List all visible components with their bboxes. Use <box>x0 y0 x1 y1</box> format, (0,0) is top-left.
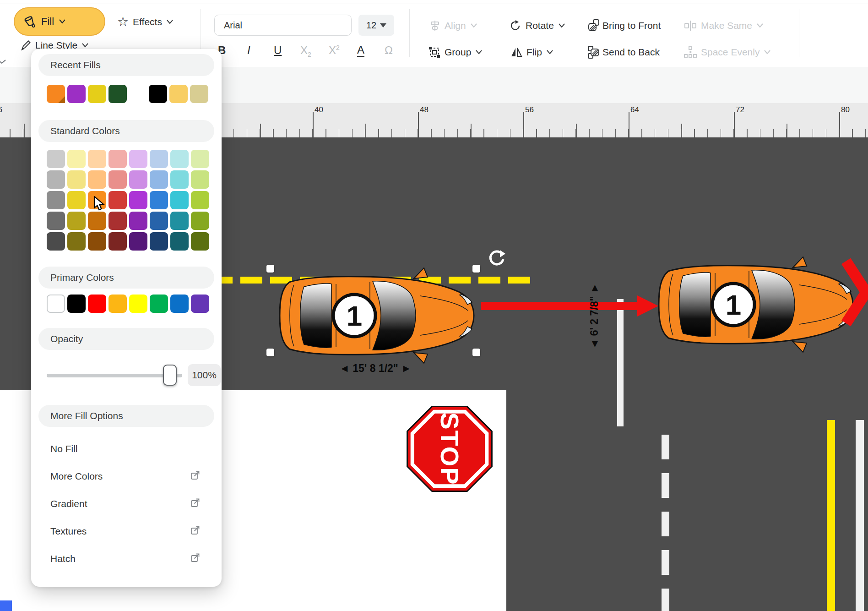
standard-color-swatch[interactable] <box>191 212 209 230</box>
effects-button[interactable]: ☆ Effects <box>117 13 174 31</box>
standard-color-swatch[interactable] <box>129 212 147 230</box>
standard-color-swatch[interactable] <box>47 232 65 251</box>
standard-color-swatch[interactable] <box>47 150 65 168</box>
yellow-edge-line[interactable] <box>827 420 835 611</box>
red-arrow-shaft[interactable] <box>481 302 637 310</box>
external-link-icon <box>190 471 200 480</box>
standard-color-swatch[interactable] <box>170 232 189 251</box>
primary-color-swatch[interactable] <box>191 295 209 313</box>
bring-to-front-button[interactable]: Bring to Front <box>587 16 661 35</box>
red-arrow-head[interactable] <box>637 295 658 316</box>
selection-handle-top-right[interactable] <box>472 265 480 273</box>
standard-color-swatch[interactable] <box>67 212 86 230</box>
fill-option-textures[interactable]: Textures <box>38 521 214 541</box>
standard-color-swatch[interactable] <box>150 232 168 251</box>
standard-color-swatch[interactable] <box>191 150 209 168</box>
pencil-icon <box>20 40 31 51</box>
standard-color-swatch[interactable] <box>108 191 127 209</box>
opacity-slider-thumb[interactable] <box>163 365 177 386</box>
white-edge-line[interactable] <box>856 420 864 611</box>
make-same-button[interactable]: Make Same <box>684 16 764 35</box>
standard-color-swatch[interactable] <box>170 212 189 230</box>
standard-color-swatch[interactable] <box>88 232 106 251</box>
recent-fill-swatch[interactable] <box>88 85 106 103</box>
standard-color-swatch[interactable] <box>150 150 168 168</box>
primary-color-swatch[interactable] <box>47 295 65 313</box>
primary-color-swatch[interactable] <box>129 295 147 313</box>
recent-fill-swatch[interactable] <box>190 85 208 103</box>
primary-color-swatch[interactable] <box>170 295 189 313</box>
stop-sign[interactable]: STOP <box>401 401 498 497</box>
standard-color-swatch[interactable] <box>150 170 168 189</box>
primary-color-swatch[interactable] <box>88 295 106 313</box>
standard-color-swatch[interactable] <box>108 170 127 189</box>
rotate-button[interactable]: Rotate <box>510 16 565 35</box>
opacity-slider-track[interactable] <box>47 374 182 377</box>
superscript-button[interactable]: X2 <box>329 44 340 57</box>
standard-color-swatch[interactable] <box>47 212 65 230</box>
standard-color-swatch[interactable] <box>170 191 189 209</box>
recent-fill-swatch[interactable] <box>47 85 65 103</box>
primary-color-swatch[interactable] <box>108 295 127 313</box>
standard-color-swatch[interactable] <box>67 150 86 168</box>
standard-color-swatch[interactable] <box>67 191 86 209</box>
fill-option-no-fill[interactable]: No Fill <box>38 439 214 459</box>
white-dashed-lane-line[interactable] <box>662 435 669 611</box>
standard-color-swatch[interactable] <box>67 232 86 251</box>
standard-color-swatch[interactable] <box>88 170 106 189</box>
italic-button[interactable]: I <box>247 44 250 57</box>
special-character-button[interactable]: Ω <box>385 44 393 57</box>
recent-fill-swatch[interactable] <box>67 85 86 103</box>
standard-color-swatch[interactable] <box>88 212 106 230</box>
standard-color-swatch[interactable] <box>108 232 127 251</box>
font-color-button[interactable]: A <box>357 44 364 57</box>
fill-option-gradient[interactable]: Gradient <box>38 494 214 514</box>
red-bent-arrow[interactable] <box>841 254 868 337</box>
space-evenly-button[interactable]: Space Evenly <box>684 43 771 61</box>
vertical-road-shape[interactable] <box>506 390 868 611</box>
standard-color-swatch[interactable] <box>129 191 147 209</box>
standard-color-swatch[interactable] <box>67 170 86 189</box>
fill-button[interactable]: Fill <box>14 7 105 36</box>
selection-handle-bottom-left[interactable] <box>266 349 274 356</box>
primary-color-swatch[interactable] <box>150 295 168 313</box>
standard-color-swatch[interactable] <box>170 150 189 168</box>
standard-color-swatch[interactable] <box>47 170 65 189</box>
recent-fill-swatch[interactable] <box>149 85 167 103</box>
primary-color-swatch[interactable] <box>67 295 86 313</box>
ruler-label: 56 <box>525 105 534 115</box>
white-stop-line[interactable] <box>617 299 624 426</box>
recent-fill-swatch[interactable] <box>169 85 188 103</box>
page-corner-marker[interactable] <box>0 600 12 611</box>
fill-option-hatch[interactable]: Hatch <box>38 549 214 569</box>
send-to-back-button[interactable]: Send to Back <box>587 43 660 61</box>
chevron-down-icon[interactable] <box>0 59 7 65</box>
recent-fill-swatch[interactable] <box>108 85 127 103</box>
standard-color-swatch[interactable] <box>191 170 209 189</box>
standard-color-swatch[interactable] <box>129 170 147 189</box>
font-family-input[interactable]: Arial <box>214 15 352 36</box>
standard-color-swatch[interactable] <box>129 232 147 251</box>
selection-handle-top-left[interactable] <box>266 265 274 273</box>
flip-button[interactable]: Flip <box>510 43 553 61</box>
standard-color-swatch[interactable] <box>170 170 189 189</box>
standard-color-swatch[interactable] <box>129 150 147 168</box>
standard-color-swatch[interactable] <box>88 150 106 168</box>
rotation-handle-icon[interactable] <box>486 247 506 267</box>
standard-color-swatch[interactable] <box>47 191 65 209</box>
fill-option-more-colors[interactable]: More Colors <box>38 466 214 486</box>
standard-color-swatch[interactable] <box>108 212 127 230</box>
align-button[interactable]: Align <box>429 16 477 35</box>
standard-color-swatch[interactable] <box>108 150 127 168</box>
standard-color-swatch[interactable] <box>150 191 168 209</box>
selection-handle-bottom-right[interactable] <box>472 349 480 356</box>
standard-color-swatch[interactable] <box>191 191 209 209</box>
subscript-button[interactable]: X2 <box>300 44 311 58</box>
car-1[interactable]: 1 <box>276 266 477 366</box>
standard-color-swatch[interactable] <box>150 212 168 230</box>
car-2[interactable]: 1 <box>655 255 856 355</box>
group-button[interactable]: Group <box>429 43 483 61</box>
underline-button[interactable]: U <box>274 44 282 57</box>
font-size-dropdown[interactable]: 12 <box>358 15 394 36</box>
standard-color-swatch[interactable] <box>191 232 209 251</box>
